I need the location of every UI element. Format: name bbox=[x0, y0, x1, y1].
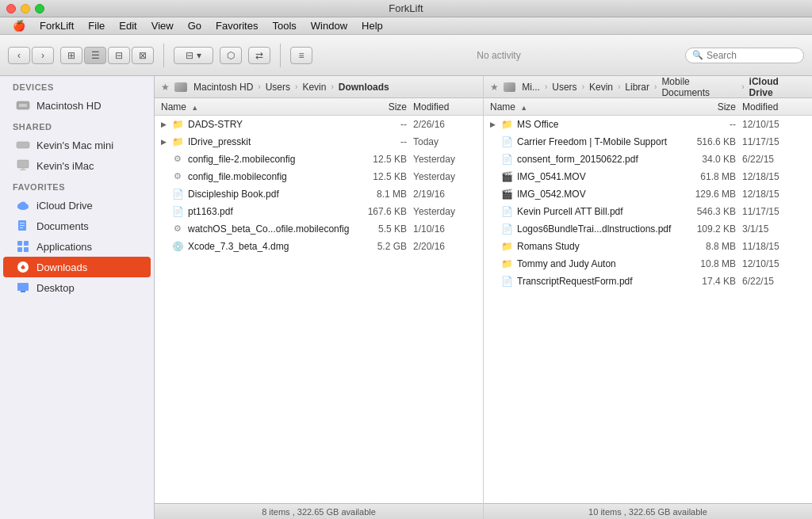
menu-forklift[interactable]: ForkLift bbox=[33, 18, 80, 33]
search-box[interactable]: 🔍 bbox=[685, 48, 804, 63]
right-file-row[interactable]: 🎬 IMG_0542.MOV 129.6 MB 12/18/15 bbox=[484, 185, 812, 203]
left-breadcrumb-star[interactable]: ★ bbox=[161, 82, 170, 93]
sidebar-item-downloads[interactable]: Downloads bbox=[3, 257, 151, 277]
sidebar-item-applications-label: Applications bbox=[36, 241, 92, 253]
expand-icon[interactable]: ▶ bbox=[490, 120, 500, 128]
file-panes: ★ Macintosh HD › Users › Kevin › Downloa… bbox=[155, 76, 812, 519]
traffic-lights[interactable] bbox=[6, 4, 44, 13]
sync-button[interactable]: ⇄ bbox=[248, 47, 270, 64]
menu-file[interactable]: File bbox=[82, 18, 111, 33]
file-name: MS Office bbox=[517, 119, 679, 130]
left-file-row[interactable]: 💿 Xcode_7.3_beta_4.dmg 5.2 GB 2/20/16 bbox=[155, 238, 483, 255]
left-bc-users[interactable]: Users bbox=[262, 81, 293, 93]
left-file-row[interactable]: ⚙ config_file-2.mobileconfig 12.5 KB Yes… bbox=[155, 151, 483, 168]
back-button[interactable]: ‹ bbox=[8, 47, 30, 64]
sidebar-item-desktop-label: Desktop bbox=[36, 282, 75, 294]
right-col-modified-header[interactable]: Modified bbox=[742, 101, 806, 113]
right-col-size-header[interactable]: Size bbox=[679, 101, 742, 113]
left-file-row[interactable]: 📄 Discipleship Book.pdf 8.1 MB 2/19/16 bbox=[155, 185, 483, 203]
right-bc-kevin[interactable]: Kevin bbox=[586, 81, 616, 93]
right-bc-users[interactable]: Users bbox=[549, 81, 580, 93]
sidebar-item-kevins-imac[interactable]: Kevin's iMac bbox=[3, 155, 151, 176]
menu-tools[interactable]: Tools bbox=[266, 18, 302, 33]
file-size: 5.2 GB bbox=[350, 241, 413, 252]
left-col-name-header[interactable]: Name ▲ bbox=[161, 101, 350, 113]
expand-icon[interactable]: ▶ bbox=[161, 120, 170, 128]
menu-favorites[interactable]: Favorites bbox=[209, 18, 264, 33]
right-file-row[interactable]: 🎬 IMG_0541.MOV 61.8 MB 12/18/15 bbox=[484, 168, 812, 185]
sidebar-item-kevins-mac-mini[interactable]: Kevin's Mac mini bbox=[3, 135, 151, 155]
left-col-size-header[interactable]: Size bbox=[350, 101, 413, 113]
left-file-row[interactable]: ▶ 📁 IDrive_presskit -- Today bbox=[155, 133, 483, 151]
left-bc-macintosh[interactable]: Macintosh HD bbox=[190, 81, 256, 93]
right-bc-librar[interactable]: Librar bbox=[622, 81, 653, 93]
right-file-row[interactable]: 📄 Kevin Purcell ATT Bill.pdf 546.3 KB 11… bbox=[484, 203, 812, 220]
left-file-row[interactable]: 📄 pt1163.pdf 167.6 KB Yesterday bbox=[155, 203, 483, 220]
file-size: 129.6 MB bbox=[679, 189, 742, 200]
left-bc-kevin[interactable]: Kevin bbox=[299, 81, 329, 93]
left-disk-icon bbox=[174, 82, 187, 92]
file-size: -- bbox=[350, 119, 413, 130]
file-name: pt1163.pdf bbox=[188, 206, 350, 217]
path-button[interactable]: ⊟ ▾ bbox=[174, 47, 213, 64]
sidebar-item-kevins-imac-label: Kevin's iMac bbox=[36, 160, 94, 172]
sidebar-item-applications[interactable]: Applications bbox=[3, 236, 151, 257]
left-col-modified-header[interactable]: Modified bbox=[413, 101, 477, 113]
file-size: 516.6 KB bbox=[679, 136, 742, 147]
left-file-row[interactable]: ⚙ watchOS_beta_Co...ofile.mobileconfig 5… bbox=[155, 220, 483, 238]
minimize-button[interactable] bbox=[21, 4, 30, 13]
right-file-row[interactable]: ▶ 📁 MS Office -- 12/10/15 bbox=[484, 116, 812, 133]
menu-window[interactable]: Window bbox=[304, 18, 354, 33]
expand-icon[interactable]: ▶ bbox=[161, 138, 170, 146]
right-file-row[interactable]: 📄 Logos6BundleTrai...dlnstructions.pdf 1… bbox=[484, 220, 812, 238]
menu-button[interactable]: ≡ bbox=[290, 47, 312, 64]
action-button[interactable]: ⬡ bbox=[220, 47, 242, 64]
desktop-icon bbox=[16, 280, 30, 295]
sidebar-item-macintosh-hd[interactable]: Macintosh HD bbox=[3, 95, 151, 116]
menu-apple[interactable]: 🍎 bbox=[6, 18, 32, 33]
icon-view-button[interactable]: ⊞ bbox=[60, 47, 82, 64]
right-file-row[interactable]: 📁 Romans Study 8.8 MB 11/18/15 bbox=[484, 238, 812, 255]
config-icon: ⚙ bbox=[170, 223, 185, 235]
close-button[interactable] bbox=[6, 4, 16, 13]
file-name: Xcode_7.3_beta_4.dmg bbox=[188, 241, 350, 252]
left-status-text: 8 items , 322.65 GB available bbox=[262, 507, 376, 517]
separator-2 bbox=[280, 44, 281, 67]
menu-go[interactable]: Go bbox=[182, 18, 208, 33]
left-file-row[interactable]: ▶ 📁 DADS-STRY -- 2/26/16 bbox=[155, 116, 483, 133]
right-col-name-header[interactable]: Name ▲ bbox=[490, 101, 679, 113]
column-view-button[interactable]: ⊟ bbox=[108, 47, 130, 64]
right-bc-sep2: › bbox=[582, 82, 584, 91]
favorites-section-label: FAVORITES bbox=[0, 176, 154, 195]
svg-rect-2 bbox=[17, 142, 29, 148]
forward-button[interactable]: › bbox=[32, 47, 54, 64]
file-name: IMG_0541.MOV bbox=[517, 171, 679, 182]
left-bc-downloads[interactable]: Downloads bbox=[335, 81, 393, 93]
sidebar-item-icloud-drive[interactable]: iCloud Drive bbox=[3, 195, 151, 216]
right-bc-mi[interactable]: Mi... bbox=[519, 81, 543, 93]
sidebar-item-documents[interactable]: Documents bbox=[3, 216, 151, 236]
right-file-row[interactable]: 📁 Tommy and Judy Auton 10.8 MB 12/10/15 bbox=[484, 255, 812, 273]
right-file-row[interactable]: 📄 Carrier Freedom | T-Mobile Support 516… bbox=[484, 133, 812, 151]
list-view-button[interactable]: ☰ bbox=[84, 47, 106, 64]
right-file-row[interactable]: 📄 TranscriptRequestForm.pdf 17.4 KB 6/22… bbox=[484, 273, 812, 290]
sidebar-item-desktop[interactable]: Desktop bbox=[3, 277, 151, 298]
right-bc-mobiledocs[interactable]: Mobile Documents bbox=[658, 76, 740, 98]
file-modified: 11/17/15 bbox=[742, 136, 806, 147]
right-file-row[interactable]: 📄 consent_form_20150622.pdf 34.0 KB 6/22… bbox=[484, 151, 812, 168]
menu-edit[interactable]: Edit bbox=[113, 18, 143, 33]
right-breadcrumb: ★ Mi... › Users › Kevin › Librar › Mobil… bbox=[484, 76, 812, 98]
coverflow-view-button[interactable]: ⊠ bbox=[132, 47, 154, 64]
file-size: 8.1 MB bbox=[350, 189, 413, 200]
left-breadcrumb: ★ Macintosh HD › Users › Kevin › Downloa… bbox=[155, 76, 483, 98]
right-bc-sep5: › bbox=[741, 82, 744, 91]
zoom-button[interactable] bbox=[35, 4, 44, 13]
right-bc-icloud[interactable]: iCloud Drive bbox=[746, 76, 806, 98]
title-bar: ForkLift bbox=[0, 0, 812, 17]
right-breadcrumb-star[interactable]: ★ bbox=[490, 82, 499, 93]
menu-help[interactable]: Help bbox=[355, 18, 389, 33]
search-input[interactable] bbox=[707, 50, 794, 61]
cloud-icon bbox=[16, 198, 30, 212]
left-file-row[interactable]: ⚙ config_file.mobileconfig 12.5 KB Yeste… bbox=[155, 168, 483, 185]
menu-view[interactable]: View bbox=[145, 18, 180, 33]
